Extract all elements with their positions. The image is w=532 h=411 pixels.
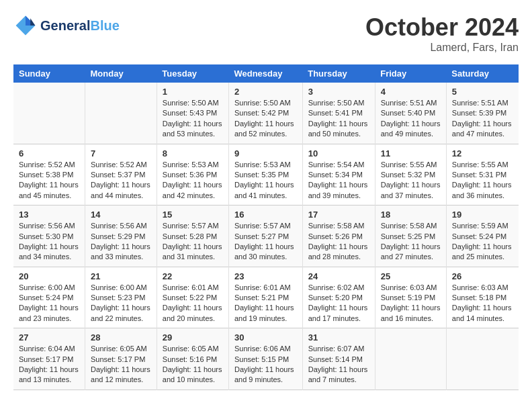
weekday-header: Friday (375, 64, 446, 83)
calendar-week-row: 1Sunrise: 5:50 AM Sunset: 5:43 PM Daylig… (13, 83, 519, 144)
svg-marker-2 (30, 18, 35, 26)
day-info: Sunrise: 6:05 AM Sunset: 5:17 PM Dayligh… (91, 344, 151, 385)
day-info: Sunrise: 5:52 AM Sunset: 5:37 PM Dayligh… (91, 160, 151, 201)
day-number: 19 (452, 210, 513, 220)
day-info: Sunrise: 6:05 AM Sunset: 5:16 PM Dayligh… (163, 344, 223, 385)
header-row: SundayMondayTuesdayWednesdayThursdayFrid… (13, 64, 519, 83)
day-info: Sunrise: 6:04 AM Sunset: 5:17 PM Dayligh… (19, 344, 79, 385)
calendar-cell: 29Sunrise: 6:05 AM Sunset: 5:16 PM Dayli… (157, 328, 228, 390)
weekday-header: Saturday (446, 64, 519, 83)
day-info: Sunrise: 5:53 AM Sunset: 5:36 PM Dayligh… (163, 160, 223, 201)
day-info: Sunrise: 6:00 AM Sunset: 5:23 PM Dayligh… (91, 283, 151, 324)
weekday-header: Thursday (302, 64, 375, 83)
calendar-cell: 13Sunrise: 5:56 AM Sunset: 5:30 PM Dayli… (13, 205, 85, 267)
day-number: 2 (234, 87, 297, 97)
calendar-table: SundayMondayTuesdayWednesdayThursdayFrid… (13, 64, 519, 390)
title-section: October 2024 Lamerd, Fars, Iran (365, 13, 519, 54)
calendar-cell: 31Sunrise: 6:07 AM Sunset: 5:14 PM Dayli… (302, 328, 375, 390)
calendar-cell: 2Sunrise: 5:50 AM Sunset: 5:42 PM Daylig… (228, 83, 302, 144)
calendar-cell: 23Sunrise: 6:01 AM Sunset: 5:21 PM Dayli… (228, 267, 302, 328)
day-number: 25 (381, 271, 441, 281)
day-number: 21 (91, 271, 151, 281)
calendar-cell: 14Sunrise: 5:56 AM Sunset: 5:29 PM Dayli… (85, 205, 157, 267)
day-number: 26 (452, 271, 513, 281)
day-number: 11 (381, 148, 441, 158)
calendar-week-row: 6Sunrise: 5:52 AM Sunset: 5:38 PM Daylig… (13, 144, 519, 205)
day-number: 6 (19, 148, 79, 158)
day-number: 24 (308, 271, 369, 281)
calendar-cell: 7Sunrise: 5:52 AM Sunset: 5:37 PM Daylig… (85, 144, 157, 205)
calendar-cell (13, 83, 85, 144)
calendar-cell: 16Sunrise: 5:57 AM Sunset: 5:27 PM Dayli… (228, 205, 302, 267)
day-number: 1 (163, 87, 223, 97)
calendar-cell (446, 328, 519, 390)
day-info: Sunrise: 5:54 AM Sunset: 5:34 PM Dayligh… (308, 160, 369, 201)
day-number: 8 (163, 148, 223, 158)
calendar-cell: 1Sunrise: 5:50 AM Sunset: 5:43 PM Daylig… (157, 83, 228, 144)
day-info: Sunrise: 6:06 AM Sunset: 5:15 PM Dayligh… (234, 344, 297, 385)
day-info: Sunrise: 5:50 AM Sunset: 5:42 PM Dayligh… (234, 98, 297, 140)
day-info: Sunrise: 6:01 AM Sunset: 5:22 PM Dayligh… (163, 283, 223, 324)
calendar-cell: 17Sunrise: 5:58 AM Sunset: 5:26 PM Dayli… (302, 205, 375, 267)
calendar-cell: 12Sunrise: 5:55 AM Sunset: 5:31 PM Dayli… (446, 144, 519, 205)
day-number: 20 (19, 271, 79, 281)
day-number: 15 (163, 210, 223, 220)
day-number: 14 (91, 210, 151, 220)
day-info: Sunrise: 5:56 AM Sunset: 5:29 PM Dayligh… (91, 221, 151, 263)
day-number: 3 (308, 87, 369, 97)
day-info: Sunrise: 5:58 AM Sunset: 5:25 PM Dayligh… (381, 221, 441, 263)
month-title: October 2024 (365, 13, 519, 42)
calendar-cell: 5Sunrise: 5:51 AM Sunset: 5:39 PM Daylig… (446, 83, 519, 144)
day-number: 5 (452, 87, 513, 97)
day-info: Sunrise: 5:50 AM Sunset: 5:41 PM Dayligh… (308, 98, 369, 140)
day-info: Sunrise: 6:00 AM Sunset: 5:24 PM Dayligh… (19, 283, 79, 324)
calendar-cell: 8Sunrise: 5:53 AM Sunset: 5:36 PM Daylig… (157, 144, 228, 205)
calendar-cell: 10Sunrise: 5:54 AM Sunset: 5:34 PM Dayli… (302, 144, 375, 205)
day-info: Sunrise: 6:07 AM Sunset: 5:14 PM Dayligh… (308, 344, 369, 385)
calendar-cell: 9Sunrise: 5:53 AM Sunset: 5:35 PM Daylig… (228, 144, 302, 205)
day-number: 30 (234, 332, 297, 342)
calendar-cell: 19Sunrise: 5:59 AM Sunset: 5:24 PM Dayli… (446, 205, 519, 267)
day-info: Sunrise: 5:56 AM Sunset: 5:30 PM Dayligh… (19, 221, 79, 263)
day-number: 23 (234, 271, 297, 281)
day-info: Sunrise: 5:52 AM Sunset: 5:38 PM Dayligh… (19, 160, 79, 201)
day-number: 29 (163, 332, 223, 342)
calendar-cell: 3Sunrise: 5:50 AM Sunset: 5:41 PM Daylig… (302, 83, 375, 144)
day-info: Sunrise: 5:57 AM Sunset: 5:28 PM Dayligh… (163, 221, 223, 263)
day-number: 28 (91, 332, 151, 342)
day-number: 27 (19, 332, 79, 342)
day-info: Sunrise: 5:51 AM Sunset: 5:40 PM Dayligh… (381, 98, 441, 140)
calendar-week-row: 27Sunrise: 6:04 AM Sunset: 5:17 PM Dayli… (13, 328, 519, 390)
calendar-cell: 11Sunrise: 5:55 AM Sunset: 5:32 PM Dayli… (375, 144, 446, 205)
day-info: Sunrise: 5:55 AM Sunset: 5:32 PM Dayligh… (381, 160, 441, 201)
calendar-cell: 28Sunrise: 6:05 AM Sunset: 5:17 PM Dayli… (85, 328, 157, 390)
day-number: 4 (381, 87, 441, 97)
weekday-header: Sunday (13, 64, 85, 83)
day-info: Sunrise: 6:03 AM Sunset: 5:18 PM Dayligh… (452, 283, 513, 324)
calendar-cell: 25Sunrise: 6:03 AM Sunset: 5:19 PM Dayli… (375, 267, 446, 328)
calendar-week-row: 13Sunrise: 5:56 AM Sunset: 5:30 PM Dayli… (13, 205, 519, 267)
calendar-cell: 30Sunrise: 6:06 AM Sunset: 5:15 PM Dayli… (228, 328, 302, 390)
calendar-cell: 4Sunrise: 5:51 AM Sunset: 5:40 PM Daylig… (375, 83, 446, 144)
day-info: Sunrise: 5:59 AM Sunset: 5:24 PM Dayligh… (452, 221, 513, 263)
logo-icon (13, 13, 38, 38)
day-info: Sunrise: 5:51 AM Sunset: 5:39 PM Dayligh… (452, 98, 513, 140)
weekday-header: Wednesday (228, 64, 302, 83)
calendar-cell: 26Sunrise: 6:03 AM Sunset: 5:18 PM Dayli… (446, 267, 519, 328)
calendar-cell: 15Sunrise: 5:57 AM Sunset: 5:28 PM Dayli… (157, 205, 228, 267)
day-info: Sunrise: 5:57 AM Sunset: 5:27 PM Dayligh… (234, 221, 297, 263)
calendar-cell: 22Sunrise: 6:01 AM Sunset: 5:22 PM Dayli… (157, 267, 228, 328)
calendar-cell: 18Sunrise: 5:58 AM Sunset: 5:25 PM Dayli… (375, 205, 446, 267)
day-number: 16 (234, 210, 297, 220)
day-number: 7 (91, 148, 151, 158)
day-info: Sunrise: 6:02 AM Sunset: 5:20 PM Dayligh… (308, 283, 369, 324)
day-number: 9 (234, 148, 297, 158)
calendar-cell (375, 328, 446, 390)
day-info: Sunrise: 5:55 AM Sunset: 5:31 PM Dayligh… (452, 160, 513, 201)
calendar-cell: 21Sunrise: 6:00 AM Sunset: 5:23 PM Dayli… (85, 267, 157, 328)
day-number: 13 (19, 210, 79, 220)
logo-text: GeneralBlue (40, 18, 120, 34)
day-number: 17 (308, 210, 369, 220)
calendar-week-row: 20Sunrise: 6:00 AM Sunset: 5:24 PM Dayli… (13, 267, 519, 328)
day-number: 12 (452, 148, 513, 158)
